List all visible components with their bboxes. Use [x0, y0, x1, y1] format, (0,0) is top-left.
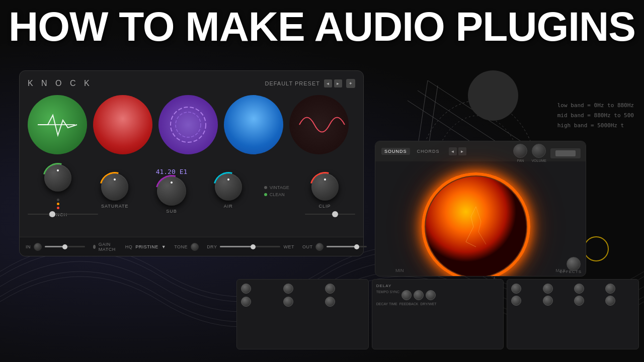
pad-sub[interactable]	[224, 95, 283, 154]
fx-knob-8[interactable]	[605, 296, 615, 306]
bp-knob-5[interactable]	[283, 297, 293, 307]
synth-tab-sounds[interactable]: SOUNDS	[381, 148, 410, 155]
clip-knob[interactable]	[311, 173, 339, 201]
decorative-circle-large	[468, 70, 518, 121]
knobs-row: PUNCH SATURATE 41.20 E1 SUB	[28, 164, 355, 217]
synth-top-knobs: PAN VOLUME	[513, 144, 581, 162]
clip-label: CLIP	[319, 204, 331, 209]
led-1	[57, 199, 59, 201]
led-3	[57, 207, 59, 209]
in-fill	[45, 246, 65, 247]
pad-tone[interactable]	[158, 95, 218, 154]
fx-knob-1[interactable]	[511, 284, 521, 294]
in-knob[interactable]	[34, 243, 42, 251]
vintage-option[interactable]: VINTAGE	[264, 185, 289, 190]
bp-knob-4[interactable]	[241, 297, 251, 307]
decay-time-label: DECAY TIME	[376, 302, 397, 306]
fx-knob-5[interactable]	[511, 296, 521, 306]
synth-next-button[interactable]: ►	[458, 147, 466, 155]
vintage-clean-group: VINTAGE CLEAN	[257, 185, 296, 197]
synth-nav-arrows: ◄ ►	[449, 147, 466, 155]
air-label: AIR	[224, 204, 233, 209]
circle-pads	[28, 95, 355, 154]
delay-knob-2[interactable]	[414, 290, 424, 300]
out-item: OUT	[302, 243, 367, 251]
in-thumb[interactable]	[62, 244, 67, 249]
punch-knob[interactable]	[44, 164, 71, 192]
punch-slider-thumb[interactable]	[49, 211, 55, 217]
synth-main-knob[interactable]	[426, 176, 526, 277]
air-slider-track[interactable]	[305, 214, 355, 215]
in-slider[interactable]	[45, 246, 85, 247]
main-slider-area	[20, 210, 363, 218]
bp-knob-1[interactable]	[241, 284, 251, 294]
dry-wet-item: DRY WET	[207, 244, 294, 249]
synth-tab-chords[interactable]: CHORDS	[414, 148, 443, 155]
air-ring	[208, 166, 249, 208]
pad-body[interactable]	[93, 95, 152, 154]
synth-top-bar: SOUNDS CHORDS ◄ ► PAN VOLUME	[375, 141, 586, 161]
in-item: IN	[26, 243, 85, 251]
tone-knob[interactable]	[191, 243, 199, 251]
effects-small-knob[interactable]	[567, 257, 581, 271]
in-label: IN	[26, 244, 31, 249]
sub-knob[interactable]	[157, 176, 186, 206]
svg-point-11	[176, 112, 201, 137]
main-title: HOW TO MAKE AUDIO PLUGINS	[0, 4, 644, 49]
vintage-clean-selector: VINTAGE CLEAN	[264, 185, 289, 197]
delay-title: DELAY	[376, 284, 500, 288]
pan-knob-group: PAN	[513, 144, 527, 162]
out-label: OUT	[302, 244, 313, 249]
fx-knob-7[interactable]	[574, 296, 584, 306]
vintage-label: VINTAGE	[270, 185, 289, 190]
preset-save-button[interactable]: ✦	[346, 79, 355, 88]
delay-knob-3[interactable]	[426, 290, 436, 300]
sub-knob-group: 41.20 E1 SUB	[143, 168, 200, 214]
clip-knob-group: CLIP	[296, 173, 353, 209]
effects-button[interactable]	[550, 148, 581, 158]
big-knob-container: MIN MAX EFFECTS	[375, 161, 586, 277]
out-thumb[interactable]	[354, 244, 359, 249]
preset-prev-button[interactable]: ◄	[324, 79, 332, 87]
sub-note: E1	[180, 168, 188, 175]
fx-knob-6[interactable]	[543, 296, 553, 306]
air-knob[interactable]	[215, 173, 242, 201]
bp-knob-6[interactable]	[325, 297, 335, 307]
low-band-text: low band = 0Hz to 880Hz	[557, 101, 634, 111]
hq-arrow[interactable]: ▼	[162, 244, 166, 249]
fx-controls-grid	[511, 284, 634, 306]
delay-knob-1[interactable]	[401, 290, 412, 300]
hq-value[interactable]: PRISTINE	[135, 244, 158, 249]
tone-label: TONE	[174, 244, 188, 249]
synth-prev-button[interactable]: ◄	[449, 147, 457, 155]
gain-match-label[interactable]: GAIN MATCH	[99, 242, 117, 252]
bp-knob-2[interactable]	[283, 284, 293, 294]
bottom-panels: DELAY TEMPO SYNC DECAY TIME FEEDBACK DRY…	[236, 279, 639, 349]
fx-knob-4[interactable]	[605, 284, 615, 294]
pan-knob[interactable]	[513, 144, 527, 158]
punch-leds	[57, 195, 59, 209]
hq-item: HQ PRISTINE ▼	[125, 244, 166, 249]
volume-knob[interactable]	[532, 144, 546, 158]
out-knob[interactable]	[315, 243, 324, 251]
pad-clip[interactable]	[289, 95, 349, 154]
synth-controls-grid	[241, 284, 364, 307]
preset-next-button[interactable]: ►	[334, 79, 342, 87]
out-slider[interactable]	[327, 246, 367, 247]
dry-wet-thumb[interactable]	[251, 244, 256, 249]
fx-knob-2[interactable]	[543, 284, 553, 294]
knob-texture	[426, 176, 526, 277]
volume-knob-group: VOLUME	[531, 144, 546, 162]
saturate-label: SATURATE	[101, 204, 129, 209]
punch-slider-track[interactable]	[28, 214, 98, 215]
bp-knob-3[interactable]	[325, 284, 335, 294]
high-band-text: high band = 5000Hz t	[557, 121, 634, 131]
saturate-knob[interactable]	[101, 173, 128, 201]
clean-option[interactable]: CLEAN	[264, 192, 285, 197]
fx-knob-3[interactable]	[574, 284, 584, 294]
sub-dot	[171, 182, 173, 184]
saturate-dot	[114, 178, 116, 180]
pad-transient[interactable]	[28, 95, 87, 154]
dry-wet-slider[interactable]	[220, 246, 280, 247]
air-slider-thumb[interactable]	[332, 211, 338, 217]
